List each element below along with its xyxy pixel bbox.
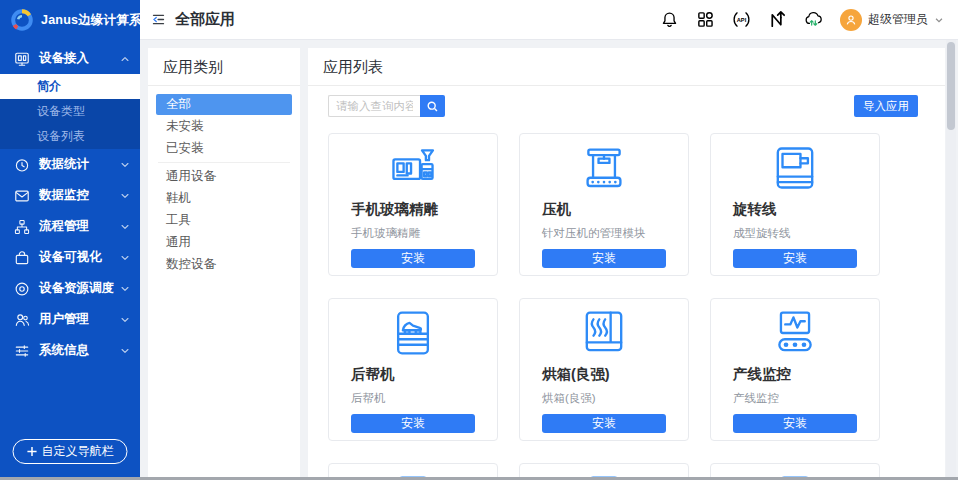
sidebar-item[interactable]: 数据监控 (0, 180, 140, 211)
category-list: 全部未安装已安装通用设备鞋机工具通用数控设备 (148, 86, 300, 284)
sidebar-item[interactable]: 数据统计 (0, 149, 140, 180)
header: 全部应用 API 超级管理员 (140, 0, 958, 40)
app-name: 压机 (542, 200, 666, 219)
user-name: 超级管理员 (868, 11, 928, 28)
app-list-body: 导入应用 手机玻璃精雕手机玻璃精雕安装压机针对压机的管理模块安装旋转线成型旋转线… (308, 86, 945, 477)
main-content: 应用类别 全部未安装已安装通用设备鞋机工具通用数控设备 应用列表 导入应用 手机… (140, 40, 958, 477)
category-item[interactable]: 未安装 (156, 116, 292, 137)
sidebar-item-label: 数据监控 (39, 187, 89, 204)
app-list-panel: 应用列表 导入应用 手机玻璃精雕手机玻璃精雕安装压机针对压机的管理模块安装旋转线… (308, 48, 945, 477)
search-icon (426, 100, 439, 113)
app-card: 旋转线成型旋转线安装 (710, 133, 880, 276)
n-link-icon[interactable] (768, 10, 787, 29)
install-button[interactable]: 安装 (733, 414, 857, 433)
scheduling-icon (14, 281, 30, 297)
sidebar-item[interactable]: 设备可视化 (0, 242, 140, 273)
app-card-icon-box (351, 143, 475, 193)
oven-icon (579, 308, 629, 358)
app-card-icon-box (542, 143, 666, 193)
system-icon (14, 343, 30, 359)
category-item[interactable]: 数控设备 (156, 254, 292, 275)
category-item[interactable]: 鞋机 (156, 188, 292, 209)
chevron-down-icon (120, 315, 130, 325)
cloud-sync-icon[interactable] (804, 10, 823, 29)
sidebar-item-label: 设备接入 (39, 50, 89, 67)
install-button[interactable]: 安装 (733, 249, 857, 268)
app-card-partial (710, 463, 880, 477)
app-card: 压机针对压机的管理模块安装 (519, 133, 689, 276)
statistics-icon (14, 157, 30, 173)
app-card: 产线监控产线监控安装 (710, 298, 880, 441)
install-button[interactable]: 安装 (542, 414, 666, 433)
sidebar-item[interactable]: 系统信息 (0, 335, 140, 366)
category-item[interactable]: 已安装 (156, 138, 292, 159)
sidebar-item[interactable]: 设备接入 (0, 43, 140, 74)
app-description: 烘箱(良强) (542, 391, 666, 406)
engraving-machine-icon (388, 143, 438, 193)
app-title: Janus边缘计算系统 (41, 12, 140, 29)
install-button[interactable]: 安装 (351, 414, 475, 433)
sidebar-item-label: 设备可视化 (39, 249, 102, 266)
custom-nav-label: 自定义导航栏 (42, 443, 114, 460)
chevron-down-icon (120, 253, 130, 263)
chevron-down-icon (120, 54, 130, 64)
bell-icon[interactable] (660, 10, 679, 29)
page-title: 全部应用 (175, 10, 235, 29)
app-name: 产线监控 (733, 365, 857, 384)
line-monitor-icon (770, 308, 820, 358)
sidebar-subitem[interactable]: 设备类型 (0, 99, 140, 124)
rotary-line-icon (770, 143, 820, 193)
users-icon (14, 312, 30, 328)
category-item-selected[interactable]: 全部 (156, 94, 292, 115)
sidebar-item[interactable]: 设备资源调度 (0, 273, 140, 304)
header-right: API 超级管理员 (660, 9, 944, 31)
shoe-machine-icon (388, 308, 438, 358)
sidebar-subitem[interactable]: 设备列表 (0, 124, 140, 149)
app-card-icon-box (542, 308, 666, 358)
search-input[interactable] (328, 95, 420, 117)
sidebar: Janus边缘计算系统 设备接入简介设备类型设备列表数据统计数据监控流程管理设备… (0, 0, 140, 477)
monitor-icon (14, 188, 30, 204)
scrollbar-thumb[interactable] (947, 42, 955, 130)
app-card-icon-box (733, 308, 857, 358)
install-button[interactable]: 安装 (542, 249, 666, 268)
avatar (840, 9, 862, 31)
collapse-menu-icon[interactable] (151, 12, 166, 27)
chevron-down-icon (120, 222, 130, 232)
category-item[interactable]: 通用设备 (156, 166, 292, 187)
device-access-icon (14, 51, 30, 67)
app-description: 后帮机 (351, 391, 475, 406)
search-button[interactable] (420, 95, 445, 117)
custom-nav-button[interactable]: 自定义导航栏 (13, 439, 128, 464)
category-item[interactable]: 通用 (156, 232, 292, 253)
sidebar-subitem-active[interactable]: 简介 (0, 74, 140, 99)
category-panel: 应用类别 全部未安装已安装通用设备鞋机工具通用数控设备 (148, 48, 300, 477)
app-name: 后帮机 (351, 365, 475, 384)
divider (158, 162, 290, 163)
sidebar-item-label: 用户管理 (39, 311, 89, 328)
app-description: 产线监控 (733, 391, 857, 406)
chevron-down-icon (120, 284, 130, 294)
header-actions: API (660, 10, 823, 29)
janus-logo-icon (9, 7, 35, 33)
category-item[interactable]: 工具 (156, 210, 292, 231)
app-description: 成型旋转线 (733, 226, 857, 241)
app-description: 手机玻璃精雕 (351, 226, 475, 241)
app-card-icon-box (733, 143, 857, 193)
app-card: 烘箱(良强)烘箱(良强)安装 (519, 298, 689, 441)
sidebar-item[interactable]: 流程管理 (0, 211, 140, 242)
app-name: 旋转线 (733, 200, 857, 219)
sidebar-item[interactable]: 用户管理 (0, 304, 140, 335)
logo: Janus边缘计算系统 (0, 0, 140, 40)
app-card: 后帮机后帮机安装 (328, 298, 498, 441)
person-icon (844, 13, 858, 27)
api-icon[interactable]: API (732, 10, 751, 29)
user-menu[interactable]: 超级管理员 (840, 9, 944, 31)
chevron-down-icon (120, 160, 130, 170)
process-icon (14, 219, 30, 235)
install-button[interactable]: 安装 (351, 249, 475, 268)
chevron-down-icon (934, 15, 944, 25)
import-app-button[interactable]: 导入应用 (854, 95, 918, 117)
apps-grid-icon[interactable] (696, 10, 715, 29)
chevron-down-icon (120, 346, 130, 356)
